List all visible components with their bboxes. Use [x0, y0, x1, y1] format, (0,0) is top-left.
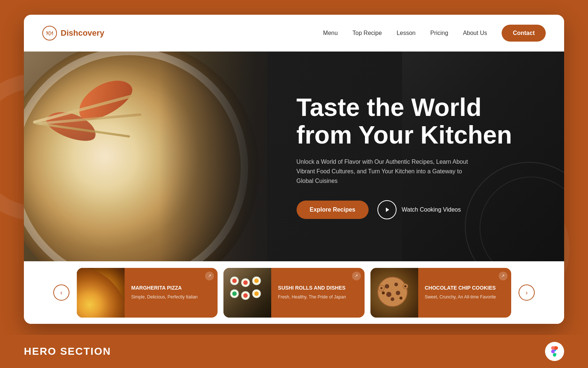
sushi-info: SUSHI ROLLS AND DISHES Fresh, Healthy, T… — [271, 268, 364, 318]
logo-text: Dishcovery — [61, 28, 104, 38]
svg-point-19 — [382, 291, 385, 294]
svg-marker-0 — [386, 208, 389, 212]
bottom-label: HERO SECTION — [24, 346, 111, 357]
navbar: 🍽 Dishcovery Menu Top Recipe Lesson Pric… — [24, 15, 564, 52]
cards-container: MARGHERITA PIZZA Simple, Delicious, Perf… — [77, 268, 511, 318]
svg-point-17 — [396, 291, 400, 295]
sushi-title: SUSHI ROLLS AND DISHES — [278, 285, 358, 291]
food-card-sushi[interactable]: SUSHI ROLLS AND DISHES Fresh, Healthy, T… — [223, 268, 364, 318]
svg-point-10 — [243, 293, 248, 298]
carousel-next-button[interactable]: › — [519, 284, 535, 301]
svg-point-2 — [232, 279, 237, 283]
cookies-title: CHOCOLATE CHIP COOKIES — [425, 285, 505, 291]
cookies-image — [370, 268, 418, 318]
cookies-link-icon[interactable]: ↗ — [499, 272, 508, 280]
svg-point-22 — [380, 287, 383, 289]
contact-button[interactable]: Contact — [502, 25, 546, 42]
svg-point-13 — [378, 277, 407, 307]
nav-lesson[interactable]: Lesson — [397, 30, 416, 36]
sushi-image — [223, 268, 271, 318]
pizza-info: MARGHERITA PIZZA Simple, Delicious, Perf… — [125, 268, 218, 318]
hero-title: Taste the World from Your Kitchen — [297, 93, 542, 149]
main-card: 🍽 Dishcovery Menu Top Recipe Lesson Pric… — [24, 15, 564, 324]
hero-section: Taste the World from Your Kitchen Unlock… — [24, 52, 564, 261]
watch-videos-button[interactable]: Watch Cooking Videos — [377, 200, 461, 219]
pizza-bg — [77, 268, 125, 318]
svg-point-18 — [391, 297, 394, 301]
cookies-description: Sweet, Crunchy, An All-time Favorite — [425, 294, 505, 300]
bottom-bar: HERO SECTION — [0, 335, 588, 368]
pizza-link-icon[interactable]: ↗ — [205, 272, 214, 280]
cards-section: ‹ MARGHERITA PIZZA Simple, Delicious, Pe… — [24, 261, 564, 324]
hero-subtitle: Unlock a World of Flavor with Our Authen… — [297, 157, 473, 185]
svg-point-16 — [386, 292, 391, 297]
nav-menu[interactable]: Menu — [323, 30, 338, 36]
pizza-slice — [77, 268, 125, 318]
play-icon — [377, 200, 397, 219]
svg-point-6 — [254, 279, 259, 283]
svg-point-12 — [254, 291, 259, 296]
logo[interactable]: 🍽 Dishcovery — [42, 26, 104, 40]
pizza-image — [77, 268, 125, 318]
nav-about-us[interactable]: About Us — [463, 30, 487, 36]
cookies-info: CHOCOLATE CHIP COOKIES Sweet, Crunchy, A… — [418, 268, 511, 318]
pizza-description: Simple, Delicious, Perfectly Italian — [131, 294, 211, 300]
svg-point-14 — [385, 284, 389, 289]
hero-content: Taste the World from Your Kitchen Unlock… — [267, 52, 564, 261]
svg-point-8 — [232, 291, 237, 296]
logo-icon: 🍽 — [42, 26, 57, 40]
svg-point-15 — [394, 283, 398, 286]
hero-buttons: Explore Recipes Watch Cooking Videos — [297, 200, 542, 219]
food-card-cookies[interactable]: CHOCOLATE CHIP COOKIES Sweet, Crunchy, A… — [370, 268, 511, 318]
sushi-description: Fresh, Healthy, The Pride of Japan — [278, 294, 358, 300]
nav-pricing[interactable]: Pricing — [430, 30, 448, 36]
svg-point-20 — [399, 297, 402, 300]
sushi-bg — [223, 268, 271, 318]
cookies-bg — [370, 268, 418, 318]
nav-top-recipe[interactable]: Top Recipe — [352, 30, 382, 36]
food-card-pizza[interactable]: MARGHERITA PIZZA Simple, Delicious, Perf… — [77, 268, 218, 318]
nav-links: Menu Top Recipe Lesson Pricing About Us … — [323, 25, 546, 42]
explore-recipes-button[interactable]: Explore Recipes — [297, 201, 369, 219]
figma-button[interactable] — [545, 342, 564, 361]
pizza-title: MARGHERITA PIZZA — [131, 285, 211, 291]
sushi-link-icon[interactable]: ↗ — [352, 272, 361, 280]
watch-label: Watch Cooking Videos — [402, 206, 461, 213]
svg-point-4 — [243, 280, 248, 285]
carousel-prev-button[interactable]: ‹ — [53, 284, 69, 301]
svg-point-24 — [404, 285, 406, 287]
